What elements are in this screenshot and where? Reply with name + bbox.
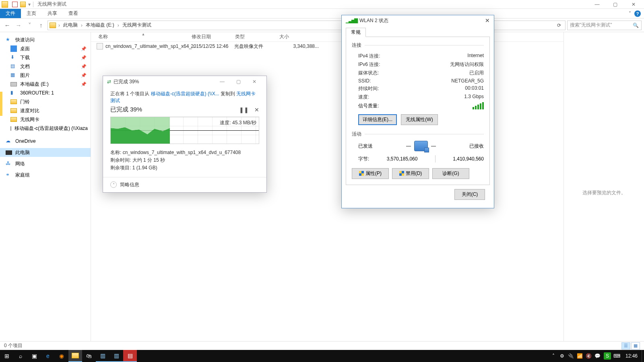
tray-overflow[interactable]: ˄ [549, 350, 558, 362]
taskbar-clock[interactable]: 12:46 [621, 353, 642, 359]
ribbon-tab-view[interactable]: 查看 [63, 9, 84, 18]
dialog-titlebar[interactable]: ⇄ 已完成 39% — ▢ ✕ [103, 76, 266, 87]
sidebar-item[interactable]: 门铃 [0, 97, 91, 106]
breadcrumb-sep[interactable]: › [80, 23, 83, 28]
help-icon[interactable]: ? [634, 10, 641, 17]
sidebar-item[interactable]: ⬇下载📌 [0, 53, 91, 62]
nav-back-button[interactable]: ← [2, 21, 12, 30]
qat-item[interactable] [12, 2, 18, 7]
diagnose-button[interactable]: 诊断(G) [432, 168, 469, 179]
sidebar-item[interactable]: 无线网卡 [0, 115, 91, 124]
folder-icon [72, 353, 79, 358]
sidebar-item[interactable]: ▦图片📌 [0, 71, 91, 80]
breadcrumb[interactable]: 无线网卡测试 [122, 22, 152, 29]
tray-wifi-icon[interactable]: 📶 [576, 350, 584, 362]
less-details-link[interactable]: 简略信息 [120, 181, 139, 188]
sidebar-item[interactable]: 本地磁盘 (E:)📌 [0, 80, 91, 88]
col-date[interactable]: 修改日期 [190, 33, 233, 40]
ribbon-file-tab[interactable]: 文件 [0, 9, 21, 18]
view-large-button[interactable]: ▦ [631, 342, 640, 350]
taskbar-firefox[interactable]: ◉ [55, 350, 68, 362]
sidebar-item[interactable]: 桌面📌 [0, 44, 91, 53]
tray-ime-icon[interactable]: S [604, 352, 611, 360]
activity-icon [414, 141, 428, 151]
nav-forward-button[interactable]: → [14, 21, 23, 30]
breadcrumb-sep[interactable]: › [117, 23, 120, 28]
qat-overflow[interactable]: ▾ [28, 2, 31, 7]
close-button[interactable]: ✕ [246, 79, 262, 84]
close-dialog-button[interactable]: 关闭(C) [454, 189, 485, 200]
taskbar-explorer[interactable] [68, 350, 82, 362]
taskbar-app[interactable]: ▥ [96, 350, 109, 362]
taskbar-app[interactable]: ▥ [109, 350, 123, 362]
wireless-properties-button[interactable]: 无线属性(W) [401, 114, 438, 125]
taskbar-app[interactable]: ▤ [123, 350, 137, 362]
breadcrumb[interactable]: 此电脑 [62, 22, 78, 29]
pause-button[interactable]: ❚❚ [239, 107, 249, 113]
recv-label: 已接收 [469, 143, 484, 150]
pin-icon: 📌 [81, 73, 87, 78]
bytes-sent: 3,570,185,060 [387, 156, 418, 162]
nav-up-button[interactable]: ↑ [36, 21, 46, 30]
start-button[interactable]: ⊞ [0, 350, 14, 362]
tray-notifications-icon[interactable]: 💬 [593, 350, 602, 362]
preview-pane: 选择要预览的文件。 [564, 32, 644, 353]
copy-source-link[interactable]: 移动磁盘-c(迅雷超级硬盘) (\\X... [151, 91, 219, 97]
search-button[interactable]: ⌕ [14, 350, 27, 362]
breadcrumb[interactable]: 本地磁盘 (E:) [85, 22, 115, 29]
taskbar-edge[interactable]: e [41, 350, 55, 362]
maximize-button[interactable]: ▢ [230, 79, 246, 84]
ribbon-tab-home[interactable]: 主页 [21, 9, 42, 18]
homegroup-icon: ⚭ [6, 172, 12, 178]
copy-progress-dialog: ⇄ 已完成 39% — ▢ ✕ 正在将 1 个项目从 移动磁盘-c(迅雷超级硬盘… [103, 76, 267, 193]
close-button[interactable]: ✕ [485, 17, 490, 24]
view-details-button[interactable]: ☰ [621, 342, 630, 350]
tray-icon[interactable]: ⚙ [558, 350, 567, 362]
col-size[interactable]: 大小 [278, 33, 318, 40]
folder-icon [2, 1, 8, 8]
folder-icon [10, 117, 17, 122]
sidebar-item[interactable]: 移动磁盘-c(迅雷超级硬盘) (\\Xiaza [0, 124, 91, 133]
minimize-button[interactable]: — [214, 79, 230, 84]
nav-recent-button[interactable]: ˅ [25, 21, 35, 30]
disable-button[interactable]: 禁用(D) [392, 168, 429, 179]
properties-button[interactable]: 属性(P) [352, 168, 389, 179]
col-name[interactable]: ▲名称 [97, 33, 190, 40]
progress-label: 已完成 39% [110, 106, 142, 113]
signal-bars-icon [473, 102, 484, 109]
search-input[interactable]: 搜索"无线网卡测试" 🔍 [567, 21, 642, 30]
sidebar-item[interactable]: ▮360ROUTER: 1 [0, 88, 91, 97]
sidebar-homegroup[interactable]: ⚭家庭组 [0, 171, 91, 179]
tray-icon[interactable]: ⌨ [613, 350, 621, 362]
dialog-title: WLAN 2 状态 [359, 17, 388, 24]
cancel-button[interactable]: ✕ [254, 107, 259, 113]
show-desktop-button[interactable] [642, 350, 644, 362]
quick-access-toolbar: ▾ [2, 1, 31, 8]
maximize-button[interactable]: ▢ [606, 0, 624, 8]
shield-icon [399, 171, 404, 176]
tray-power-icon[interactable]: 🔌 [567, 350, 576, 362]
task-view-button[interactable]: ▣ [27, 350, 41, 362]
minimize-button[interactable]: — [588, 0, 606, 8]
dialog-titlebar[interactable]: ▁▃▅▇ WLAN 2 状态 ✕ [342, 15, 494, 26]
copy-icon: ⇄ [107, 79, 111, 84]
breadcrumb-sep[interactable]: › [58, 23, 61, 28]
sidebar-item[interactable]: 速度对比 [0, 106, 91, 115]
refresh-button[interactable]: ⟳ [555, 23, 564, 28]
details-button[interactable]: 详细信息(E)... [358, 114, 397, 125]
sidebar-quick-access[interactable]: ★快速访问 [0, 35, 91, 44]
sidebar-network[interactable]: 🖧网络 [0, 159, 91, 168]
close-button[interactable]: ✕ [624, 0, 642, 8]
tab-general[interactable]: 常规 [346, 28, 366, 37]
col-type[interactable]: 类型 [233, 33, 278, 40]
tray-volume-icon[interactable]: 🔇 [584, 350, 593, 362]
ribbon-tab-share[interactable]: 共享 [42, 9, 63, 18]
taskbar-store[interactable]: 🛍 [82, 350, 96, 362]
ribbon-expand[interactable]: ˅ [629, 11, 631, 16]
copy-footer[interactable]: ˄ 简略信息 [103, 177, 266, 192]
sidebar-onedrive[interactable]: ☁OneDrive [0, 137, 91, 146]
star-icon: ★ [6, 37, 12, 43]
sidebar-this-pc[interactable]: 此电脑 [0, 148, 91, 157]
sidebar-item[interactable]: ▤文档📌 [0, 62, 91, 71]
qat-item[interactable] [20, 2, 26, 7]
